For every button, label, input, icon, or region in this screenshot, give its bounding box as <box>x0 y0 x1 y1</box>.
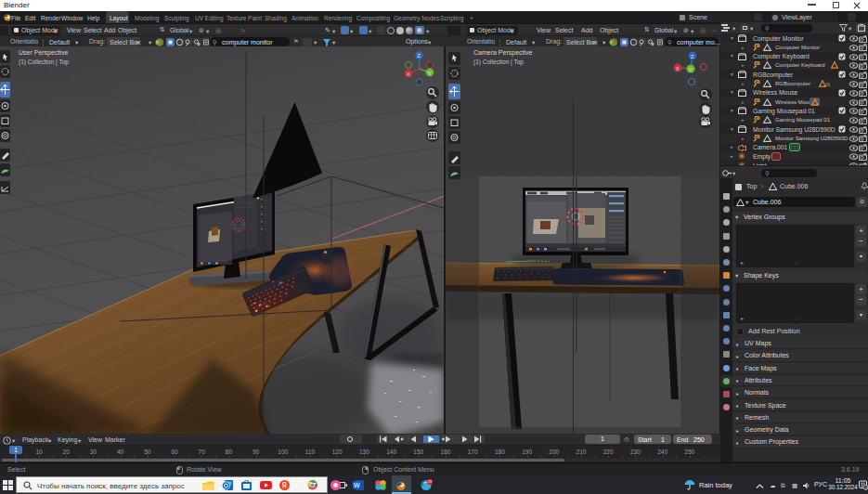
svg-text:Y: Y <box>689 67 693 72</box>
svg-text:23: 23 <box>428 480 432 484</box>
svg-text:Z: Z <box>417 53 421 58</box>
svg-text:Y: Y <box>428 71 432 76</box>
svg-text:W: W <box>354 482 360 488</box>
svg-text:X: X <box>676 66 680 72</box>
svg-text:X: X <box>407 72 410 77</box>
svg-text:Z: Z <box>691 54 694 59</box>
